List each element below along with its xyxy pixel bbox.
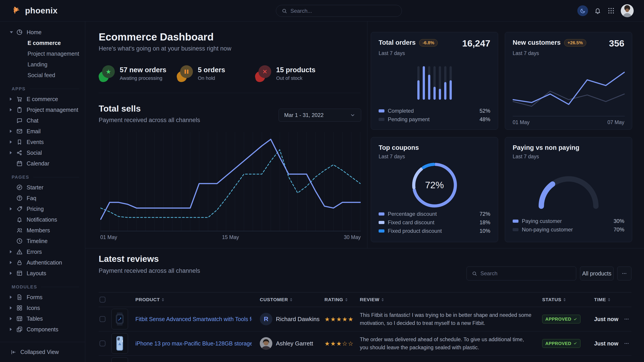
date-range-select[interactable]: Mar 1 - 31, 2022 — [278, 109, 361, 122]
row-checkbox[interactable] — [100, 341, 106, 346]
reviews-search-input[interactable] — [480, 270, 571, 277]
sidebar-item-chat[interactable]: Chat — [0, 115, 85, 126]
sidebar-item-events[interactable]: Events — [0, 137, 85, 147]
total-orders-card: Total orders -6.8% 16,247 Last 7 days Co… — [371, 32, 498, 130]
customer-avatar[interactable] — [260, 337, 272, 350]
sidebar-item-members[interactable]: Members — [0, 225, 85, 236]
review-text: This Fitbit is fantastic! I was trying t… — [360, 311, 532, 327]
users-icon — [16, 227, 23, 234]
all-products-button[interactable]: All products — [580, 267, 614, 280]
sidebar-item-icons[interactable]: Icons — [0, 303, 85, 313]
sidebar-item-tables[interactable]: Tables — [0, 313, 85, 324]
global-search[interactable] — [276, 5, 402, 17]
column-header-product[interactable]: PRODUCT — [136, 297, 164, 302]
top-coupons-card: Top coupons Last 7 days 72% Percentage d… — [371, 137, 498, 242]
customer-avatar[interactable]: R — [260, 313, 272, 325]
table-icon — [16, 315, 23, 322]
brand-name: phoenix — [25, 6, 58, 15]
sidebar-item-social-feed[interactable]: Social feed — [0, 70, 85, 80]
column-header-rating[interactable]: RATING — [324, 297, 348, 302]
caret-right-icon — [10, 207, 16, 210]
paying-gauge-chart — [532, 170, 606, 211]
sidebar-item-label: Project management — [27, 107, 78, 113]
order-bar — [428, 66, 430, 100]
sidebar-item-pricing[interactable]: Pricing — [0, 203, 85, 214]
sidebar-item-faq[interactable]: Faq — [0, 193, 85, 203]
row-actions-button[interactable] — [624, 316, 630, 322]
orders-bar-chart — [417, 66, 452, 100]
order-bar — [423, 66, 425, 100]
theme-toggle-button[interactable] — [577, 5, 588, 16]
sidebar: HomeE commerceProject managementLandingS… — [0, 21, 85, 362]
customer-name: Richard Dawkins — [276, 316, 320, 323]
product-link[interactable]: iPhone 13 pro max-Pacific Blue-128GB sto… — [136, 340, 252, 347]
row-checkbox[interactable] — [100, 316, 106, 322]
reviews-search[interactable] — [466, 267, 576, 280]
card-title: Top coupons — [378, 144, 419, 151]
page-title: Ecommerce Dashboard — [99, 31, 214, 43]
sidebar-item-landing[interactable]: Landing — [0, 59, 85, 70]
select-all-checkbox[interactable] — [100, 297, 106, 303]
stat-new-orders: ★ 57 new orders Awating processing — [99, 65, 166, 82]
sidebar-item-timeline[interactable]: Timeline — [0, 236, 85, 246]
column-header-review[interactable]: REVIEW — [360, 297, 384, 302]
legend-value: 70% — [614, 227, 624, 233]
x-tick: 15 May — [222, 234, 239, 240]
card-period: Last 7 days — [513, 50, 624, 56]
product-link[interactable]: Fitbit Sense Advanced Smartwatch with To… — [136, 316, 252, 323]
sidebar-item-email[interactable]: Email — [0, 126, 85, 137]
collapse-view-button[interactable]: Collapsed View — [0, 342, 85, 362]
sidebar-item-notifications[interactable]: Notifications — [0, 214, 85, 225]
legend-value: 10% — [480, 228, 490, 234]
caret-right-icon — [10, 108, 16, 111]
caret-down-icon — [10, 31, 16, 33]
legend-label: Paying customer — [522, 218, 562, 224]
column-header-customer[interactable]: CUSTOMER — [260, 297, 292, 302]
grid-icon — [16, 305, 23, 311]
app-root: phoenix HomeE commerceProject management… — [0, 0, 644, 362]
layout-icon — [16, 270, 23, 277]
column-header-time[interactable]: TIME — [594, 297, 610, 302]
sidebar-item-errors[interactable]: Errors — [0, 246, 85, 257]
sidebar-item-layouts[interactable]: Layouts — [0, 268, 85, 279]
sort-icon — [290, 298, 292, 301]
legend-label: Non-paying customer — [522, 227, 573, 233]
global-search-input[interactable] — [290, 8, 396, 14]
sidebar-item-project-management[interactable]: Project management — [0, 104, 85, 115]
apps-grid-icon[interactable] — [607, 7, 615, 14]
cart-icon — [16, 96, 23, 102]
stat-value: 15 products — [276, 66, 316, 74]
change-badge: -6.8% — [419, 39, 438, 46]
legend-row: Fixed product discount 10% — [378, 227, 490, 235]
sidebar-item-calendar[interactable]: Calendar — [0, 158, 85, 169]
product-thumbnail — [112, 333, 128, 354]
column-header-status[interactable]: STATUS — [542, 297, 566, 302]
brand[interactable]: phoenix — [12, 5, 58, 16]
sidebar-item-project-management[interactable]: Project management — [0, 48, 85, 59]
sidebar-item-social[interactable]: Social — [0, 147, 85, 158]
caret-right-icon — [10, 328, 16, 331]
x-tick: 01 May — [513, 119, 530, 125]
card-title: Total orders — [378, 39, 416, 46]
clipboard-icon — [16, 106, 23, 113]
sidebar-item-authentication[interactable]: Authentication — [0, 257, 85, 268]
card-title: New customers — [513, 39, 560, 46]
stat-value: 57 new orders — [120, 66, 166, 74]
caret-right-icon — [10, 272, 16, 275]
sidebar-item-starter[interactable]: Starter — [0, 182, 85, 193]
compass-icon — [16, 184, 23, 191]
sidebar-item-forms[interactable]: Forms — [0, 292, 85, 303]
row-actions-button[interactable] — [624, 340, 630, 347]
sidebar-item-components[interactable]: Components — [0, 324, 85, 335]
more-options-button[interactable] — [617, 267, 632, 280]
status-badge: APPROVED — [542, 339, 580, 348]
sidebar-item-e-commerce[interactable]: E commerce — [0, 37, 85, 48]
legend-label: Fixed card discount — [388, 219, 434, 226]
legend-value: 18% — [480, 219, 490, 226]
sidebar-item-home[interactable]: Home — [0, 27, 85, 37]
sidebar-item-e-commerce[interactable]: E commerce — [0, 94, 85, 104]
caret-right-icon — [10, 151, 16, 154]
user-avatar[interactable] — [621, 4, 634, 17]
notifications-bell-icon[interactable] — [594, 7, 602, 14]
legend-row: Paying customer 30% — [513, 217, 624, 225]
